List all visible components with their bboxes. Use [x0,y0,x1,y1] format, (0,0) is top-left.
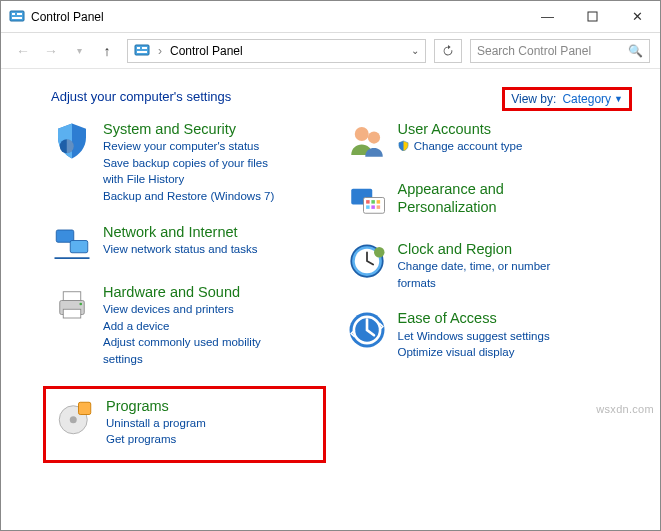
right-column: User Accounts Change account type Appear… [346,120,631,463]
svg-rect-14 [63,309,81,318]
category-link-programs[interactable]: Programs [106,397,206,415]
link-file-history[interactable]: Save backup copies of your files with Fi… [103,155,283,188]
link-review-status[interactable]: Review your computer's status [103,138,283,155]
chevron-right-icon: › [158,44,162,58]
category-link-hardware[interactable]: Hardware and Sound [103,283,283,301]
link-uninstall[interactable]: Uninstall a program [106,415,206,432]
svg-rect-1 [12,13,15,15]
category-system-security: System and Security Review your computer… [51,120,336,205]
network-icon [51,223,93,265]
view-by-label: View by: [511,92,556,106]
recent-locations-button[interactable]: ▾ [67,39,91,63]
chevron-down-icon: ▼ [614,94,623,104]
link-add-device[interactable]: Add a device [103,318,283,335]
svg-rect-3 [12,17,22,19]
printer-icon [51,283,93,325]
link-optimize-display[interactable]: Optimize visual display [398,344,550,361]
link-mobility[interactable]: Adjust commonly used mobility settings [103,334,283,367]
category-programs: Programs Uninstall a program Get program… [54,397,315,448]
svg-rect-7 [142,47,147,49]
maximize-button[interactable] [570,2,615,32]
svg-rect-13 [63,292,81,301]
svg-rect-6 [137,47,140,49]
svg-point-19 [354,127,368,141]
category-ease-access: Ease of Access Let Windows suggest setti… [346,309,631,360]
window-title: Control Panel [31,10,104,24]
svg-rect-23 [366,200,370,204]
minimize-button[interactable]: — [525,2,570,32]
svg-rect-8 [137,51,147,53]
link-suggest-settings[interactable]: Let Windows suggest settings [398,328,550,345]
category-hardware: Hardware and Sound View devices and prin… [51,283,336,368]
svg-rect-24 [371,200,375,204]
titlebar: Control Panel — ✕ [1,1,660,33]
category-link-system-security[interactable]: System and Security [103,120,283,138]
svg-point-17 [70,416,77,423]
svg-rect-28 [376,205,380,209]
category-user-accounts: User Accounts Change account type [346,120,631,162]
search-placeholder: Search Control Panel [477,44,628,58]
svg-rect-11 [70,240,88,252]
left-column: System and Security Review your computer… [51,120,336,463]
link-get-programs[interactable]: Get programs [106,431,206,448]
category-link-users[interactable]: User Accounts [398,120,523,138]
category-link-network[interactable]: Network and Internet [103,223,257,241]
admin-shield-icon [398,140,412,152]
users-icon [346,120,388,162]
search-box[interactable]: Search Control Panel 🔍 [470,39,650,63]
search-icon: 🔍 [628,44,643,58]
navbar: ← → ▾ ↑ › Control Panel ⌄ Search Control… [1,33,660,69]
category-link-ease[interactable]: Ease of Access [398,309,550,327]
svg-point-31 [374,247,385,258]
control-panel-icon [9,9,25,25]
address-location[interactable]: Control Panel [170,44,243,58]
ease-of-access-icon [346,309,388,351]
back-button[interactable]: ← [11,39,35,63]
category-network: Network and Internet View network status… [51,223,336,265]
up-button[interactable]: ↑ [95,39,119,63]
svg-rect-4 [588,12,597,21]
link-date-formats[interactable]: Change date, time, or number formats [398,258,578,291]
control-panel-icon [134,43,150,59]
link-devices-printers[interactable]: View devices and printers [103,301,283,318]
category-clock: Clock and Region Change date, time, or n… [346,240,631,291]
svg-rect-0 [10,11,24,21]
category-link-appearance[interactable]: Appearance and Personalization [398,180,558,216]
svg-rect-26 [366,205,370,209]
view-by-value[interactable]: Category ▼ [562,92,623,106]
category-programs-highlight: Programs Uninstall a program Get program… [43,386,326,463]
content-area: Adjust your computer's settings View by:… [1,69,660,530]
link-network-status[interactable]: View network status and tasks [103,241,257,258]
link-change-account-type[interactable]: Change account type [398,138,523,155]
programs-icon [54,397,96,439]
shield-icon [51,120,93,162]
watermark-text: wsxdn.com [596,403,654,415]
address-dropdown-icon[interactable]: ⌄ [411,45,419,56]
svg-point-15 [79,303,82,306]
svg-rect-25 [376,200,380,204]
svg-rect-5 [135,45,149,55]
address-bar[interactable]: › Control Panel ⌄ [127,39,426,63]
appearance-icon [346,180,388,222]
svg-rect-18 [79,402,91,414]
link-backup-restore[interactable]: Backup and Restore (Windows 7) [103,188,283,205]
category-link-clock[interactable]: Clock and Region [398,240,578,258]
category-appearance: Appearance and Personalization [346,180,631,222]
view-by-control[interactable]: View by: Category ▼ [502,87,632,111]
svg-rect-2 [17,13,22,15]
svg-point-20 [367,131,379,143]
svg-rect-27 [371,205,375,209]
clock-icon [346,240,388,282]
refresh-icon [441,44,455,58]
close-button[interactable]: ✕ [615,2,660,32]
refresh-button[interactable] [434,39,462,63]
forward-button[interactable]: → [39,39,63,63]
